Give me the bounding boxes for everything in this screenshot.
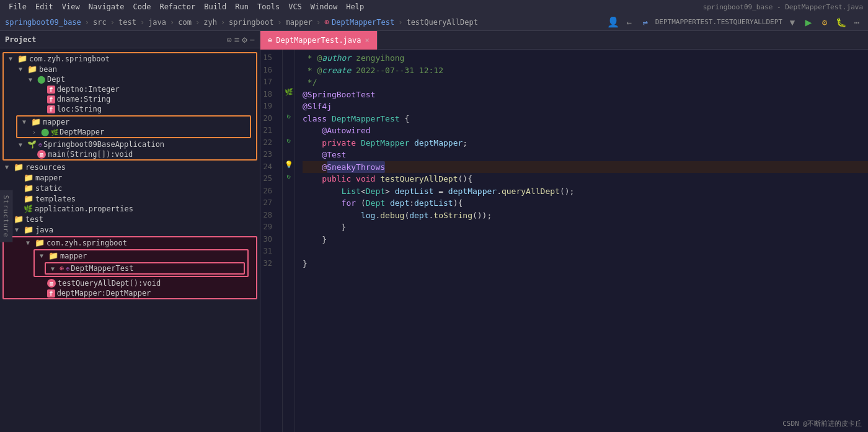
code-line-31 bbox=[303, 245, 868, 258]
folder-icon: 📁 bbox=[24, 183, 33, 193]
gutter-18: 🌿 bbox=[283, 86, 294, 99]
breadcrumb-springboot[interactable]: springboot bbox=[229, 18, 273, 27]
line-num-20: 20 bbox=[260, 113, 277, 125]
breadcrumb-test[interactable]: test bbox=[118, 18, 136, 27]
arrow-icon: ▼ bbox=[19, 66, 26, 73]
project-title: springboot09_base - DeptMapperTest.java bbox=[703, 3, 863, 11]
folder-icon: 📁 bbox=[24, 173, 33, 182]
menu-navigate[interactable]: Navigate bbox=[85, 1, 128, 12]
gutter-19 bbox=[283, 98, 294, 110]
tree-item-static[interactable]: 📁 static bbox=[0, 183, 260, 193]
tree-label: resources bbox=[25, 163, 66, 172]
method-icon: m bbox=[47, 279, 56, 288]
folder-icon: 📁 bbox=[17, 54, 27, 63]
tree-item-test-com[interactable]: ▼ 📁 com.zyh.springboot bbox=[4, 237, 256, 248]
code-line-20: class DeptMapperTest { bbox=[303, 113, 868, 125]
breadcrumb-project[interactable]: springboot09_base bbox=[5, 18, 81, 27]
test-class-icon: ⊕ bbox=[60, 264, 64, 273]
tree-item-testquerydept[interactable]: m testQueryAllDept():void bbox=[4, 278, 256, 288]
main-content: Project ⊙ ≡ ⚙ − ▼ 📁 com.zyh.springboot ▼ bbox=[0, 31, 868, 432]
structure-tab[interactable]: Structure bbox=[0, 190, 12, 242]
menu-code[interactable]: Code bbox=[130, 1, 155, 12]
tab-deptmappertest[interactable]: ⊕ DeptMapperTest.java × bbox=[260, 31, 378, 50]
collapse-icon[interactable]: ≡ bbox=[234, 35, 239, 45]
method-indicator: DEPTMAPPERTEST.TESTQUERYALLDEPT bbox=[655, 18, 782, 26]
tree-label: main(String[]):void bbox=[48, 150, 133, 159]
gutter-31 bbox=[283, 243, 294, 255]
minimize-icon[interactable]: − bbox=[250, 35, 255, 45]
debug-icon[interactable]: 🐛 bbox=[835, 16, 847, 29]
line-num-16: 16 bbox=[260, 64, 277, 77]
tree-item-deptno[interactable]: f deptno:Integer bbox=[4, 84, 256, 94]
tree-item-deptmapper[interactable]: › ⬤ 🌿 DeptMapper bbox=[17, 127, 250, 137]
menu-vcs[interactable]: VCS bbox=[285, 1, 306, 12]
tree-item-resources[interactable]: ▼ 📁 resources bbox=[0, 162, 260, 172]
breadcrumb-java[interactable]: java bbox=[148, 18, 166, 27]
menu-edit[interactable]: Edit bbox=[32, 1, 57, 12]
tree-item-loc[interactable]: f loc:String bbox=[4, 104, 256, 114]
field-icon: f bbox=[47, 105, 55, 113]
menu-help[interactable]: Help bbox=[342, 1, 368, 12]
tree-item-test[interactable]: ▼ 📁 test bbox=[0, 214, 260, 224]
menu-view[interactable]: View bbox=[58, 1, 84, 12]
code-line-26: List<Dept> deptList = deptMapper.queryAl… bbox=[303, 185, 868, 198]
tree-item-dname[interactable]: f dname:String bbox=[4, 94, 256, 104]
tree-label: java bbox=[35, 226, 53, 234]
tree-item-deptmappertest[interactable]: ▼ ⊕ ⊕ DeptMapperTest bbox=[46, 263, 244, 273]
forward-icon[interactable]: ⇌ bbox=[639, 16, 652, 29]
line-num-19: 19 bbox=[260, 100, 277, 113]
breadcrumb-zyh[interactable]: zyh bbox=[203, 18, 217, 27]
tree-item-springbootapp[interactable]: ▼ 🌱 ⊕ Springboot09BaseApplication bbox=[4, 139, 256, 149]
sync-icon[interactable]: ⊙ bbox=[226, 35, 231, 45]
tree-item-test-mapper[interactable]: ▼ 📁 mapper bbox=[35, 250, 247, 261]
gutter-17 bbox=[283, 74, 294, 86]
run-button[interactable]: ▶ bbox=[802, 16, 815, 29]
menu-run[interactable]: Run bbox=[231, 1, 252, 12]
menu-file[interactable]: File bbox=[5, 1, 30, 12]
tree-label: Dept bbox=[47, 75, 65, 84]
sidebar-toolbar: ⊙ ≡ ⚙ − bbox=[226, 35, 255, 45]
tab-label: DeptMapperTest.java bbox=[276, 36, 361, 45]
tree-label: templates bbox=[35, 195, 76, 203]
back-icon[interactable]: ← bbox=[623, 16, 636, 29]
folder-icon: 📁 bbox=[24, 194, 33, 203]
code-line-29: } bbox=[303, 221, 868, 234]
breadcrumb-mapper[interactable]: mapper bbox=[286, 18, 312, 27]
menu-window[interactable]: Window bbox=[307, 1, 341, 12]
settings-icon[interactable]: ⚙ bbox=[242, 35, 247, 45]
tree-item-templates[interactable]: 📁 templates bbox=[0, 193, 260, 204]
tree-label: test bbox=[25, 215, 43, 224]
build-icon[interactable]: ⚙ bbox=[818, 16, 831, 29]
tree-item-java-test[interactable]: ▼ 📁 java bbox=[0, 224, 260, 235]
tree-label: bean bbox=[39, 65, 57, 74]
dropdown-icon[interactable]: ▼ bbox=[786, 16, 799, 29]
breadcrumb-class[interactable]: DeptMapperTest bbox=[332, 18, 394, 27]
breadcrumb-src[interactable]: src bbox=[93, 18, 107, 27]
tree-item-application-properties[interactable]: 🌿 application.properties bbox=[0, 204, 260, 214]
avatar-icon: 👤 bbox=[607, 16, 619, 28]
tree-label: com.zyh.springboot bbox=[46, 239, 127, 247]
tree-item-mapper[interactable]: ▼ 📁 mapper bbox=[17, 117, 250, 127]
tree-item-dept[interactable]: ▼ ⬤ Dept bbox=[4, 74, 256, 84]
tree-label: static bbox=[35, 184, 62, 193]
menu-build[interactable]: Build bbox=[200, 1, 230, 12]
field-icon: f bbox=[47, 95, 55, 104]
tree-label: mapper bbox=[43, 118, 69, 126]
resources-icon: 📁 bbox=[14, 162, 24, 172]
menu-tools[interactable]: Tools bbox=[254, 1, 283, 12]
tree-item-res-mapper[interactable]: 📁 mapper bbox=[0, 172, 260, 183]
breadcrumb-method[interactable]: testQueryAllDept bbox=[406, 18, 478, 27]
line-num-31: 31 bbox=[260, 245, 277, 258]
tree-item-deptmapper-field[interactable]: f deptMapper:DeptMapper bbox=[4, 288, 256, 298]
tab-close-icon[interactable]: × bbox=[365, 36, 370, 45]
field-icon: f bbox=[47, 289, 55, 298]
tree-item-com-zyh-springboot[interactable]: ▼ 📁 com.zyh.springboot bbox=[4, 53, 256, 64]
code-content[interactable]: * @author zengyihong * @create 2022--07-… bbox=[295, 50, 868, 432]
tree-item-main[interactable]: m main(String[]):void bbox=[4, 149, 256, 159]
tree-item-bean[interactable]: ▼ 📁 bean bbox=[4, 64, 256, 74]
breadcrumb-com[interactable]: com bbox=[178, 18, 192, 27]
menu-refactor[interactable]: Refactor bbox=[156, 1, 199, 12]
more-icon[interactable]: ⋯ bbox=[851, 16, 863, 29]
line-num-27: 27 bbox=[260, 197, 277, 209]
tree-label: com.zyh.springboot bbox=[29, 55, 110, 63]
